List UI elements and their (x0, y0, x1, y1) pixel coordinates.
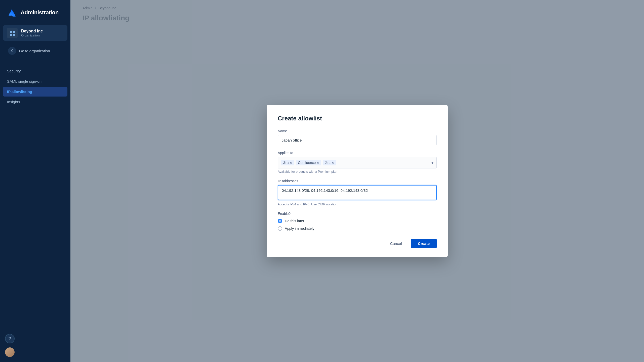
sidebar-nav: Security SAML single sign-on IP allowlis… (0, 66, 70, 107)
org-info: Beyond Inc Organization (21, 29, 43, 37)
tag-confluence-remove[interactable]: × (317, 161, 319, 164)
back-arrow-icon (8, 47, 16, 55)
ip-label: IP addresses (278, 179, 437, 183)
user-avatar[interactable] (5, 347, 15, 357)
enable-radio-group: Do this later Apply immediately (278, 219, 437, 231)
create-button[interactable]: Create (411, 239, 437, 248)
radio-do-this-later[interactable]: Do this later (278, 219, 437, 223)
chevron-down-icon: ▾ (431, 160, 433, 165)
org-type: Organization (21, 33, 43, 37)
atlassian-logo-icon (6, 7, 17, 18)
applies-to-field-group: Applies to Jira × Confluence × Jira × (278, 151, 437, 173)
tag-jira-2-remove[interactable]: × (332, 161, 334, 164)
svg-rect-2 (10, 34, 12, 36)
ip-hint: Accepts IPv4 and IPv6. Use CIDR notation… (278, 203, 437, 206)
sidebar-item-ip-allowlisting[interactable]: IP allowlisting (3, 87, 67, 97)
sidebar-bottom: ? (0, 329, 70, 362)
avatar-image (5, 347, 15, 357)
sidebar-divider (5, 62, 65, 62)
sidebar-item-insights[interactable]: Insights (3, 97, 67, 107)
modal-overlay: Create allowlist Name Applies to Jira × … (70, 0, 644, 362)
sidebar-title: Administration (21, 9, 59, 16)
org-name: Beyond Inc (21, 29, 43, 33)
tag-confluence[interactable]: Confluence × (296, 160, 321, 165)
org-section[interactable]: Beyond Inc Organization (3, 25, 67, 41)
ip-addresses-input[interactable]: 04.192.143.0/28, 04.192.143.0/16, 04.192… (278, 185, 437, 200)
svg-rect-1 (13, 31, 15, 33)
enable-field-group: Enable? Do this later Apply immediately (278, 212, 437, 231)
radio-apply-immediately-indicator (278, 226, 282, 231)
tag-confluence-label: Confluence (298, 161, 316, 165)
modal-title: Create allowlist (278, 115, 437, 122)
tag-jira-1-label: Jira (283, 161, 289, 165)
cancel-button[interactable]: Cancel (385, 239, 408, 248)
help-button[interactable]: ? (5, 334, 15, 343)
name-field-group: Name (278, 129, 437, 145)
svg-rect-3 (13, 34, 15, 36)
ip-addresses-field-group: IP addresses 04.192.143.0/28, 04.192.143… (278, 179, 437, 206)
premium-note: Available for products with a Premium pl… (278, 170, 437, 173)
applies-to-select[interactable]: Jira × Confluence × Jira × ▾ (278, 157, 437, 168)
radio-apply-immediately-label: Apply immediately (285, 227, 314, 231)
sidebar-logo: Administration (0, 0, 70, 25)
tag-jira-1-remove[interactable]: × (290, 161, 292, 164)
sidebar-item-security[interactable]: Security (3, 66, 67, 76)
radio-apply-immediately[interactable]: Apply immediately (278, 226, 437, 231)
tag-jira-2[interactable]: Jira × (323, 160, 336, 165)
tag-jira-2-label: Jira (325, 161, 331, 165)
name-label: Name (278, 129, 437, 133)
main-background: Admin / Beyond Inc IP allowlisting Creat… (70, 0, 644, 362)
svg-rect-0 (10, 31, 12, 33)
org-icon (7, 28, 18, 38)
go-to-organization-button[interactable]: Go to organization (3, 44, 67, 58)
sidebar: Administration Beyond Inc Organization G… (0, 0, 70, 362)
modal-footer: Cancel Create (278, 239, 437, 248)
tag-jira-1[interactable]: Jira × (281, 160, 294, 165)
main-content: Admin / Beyond Inc IP allowlisting Creat… (70, 0, 644, 362)
back-label: Go to organization (19, 49, 50, 53)
enable-label: Enable? (278, 212, 437, 216)
radio-do-this-later-indicator (278, 219, 282, 223)
name-input[interactable] (278, 135, 437, 145)
applies-to-label: Applies to (278, 151, 437, 155)
create-allowlist-modal: Create allowlist Name Applies to Jira × … (267, 105, 448, 257)
sidebar-item-saml[interactable]: SAML single sign-on (3, 76, 67, 86)
radio-do-this-later-label: Do this later (285, 219, 304, 223)
